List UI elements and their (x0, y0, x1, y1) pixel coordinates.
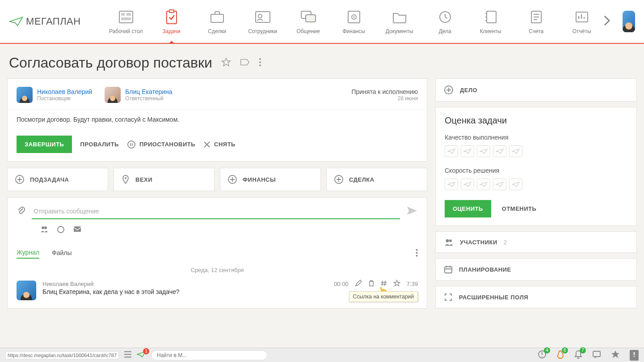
star-3[interactable] (477, 179, 490, 190)
nav-tasks[interactable]: Задачи (153, 9, 190, 34)
pause-button[interactable]: ПРИОСТАНОВИТЬ (127, 140, 195, 149)
right-planning[interactable]: ПЛАНИРОВАНИЕ (435, 258, 637, 281)
user-avatar[interactable] (623, 11, 635, 32)
nav-clients[interactable]: Клиенты (472, 9, 509, 34)
delete-icon[interactable] (368, 280, 375, 288)
comment: Николаев Валерий Блиц Екатерина, как дел… (8, 279, 427, 308)
nav-reports[interactable]: Отчёты (564, 9, 600, 34)
star-3[interactable] (477, 145, 490, 157)
svg-rect-0 (119, 11, 133, 23)
svg-rect-6 (211, 14, 223, 22)
owner-name: Николаев Валерий (37, 88, 92, 95)
add-deal[interactable]: СДЕЛКА (326, 168, 427, 191)
people-icon[interactable] (40, 226, 49, 235)
star-outline-icon[interactable] (393, 280, 400, 288)
right-delo[interactable]: ДЕЛО (435, 78, 637, 102)
fire-icon[interactable]: 6 (556, 350, 564, 361)
nav-items: Рабочий стол Задачи Сделки Сотрудники Об… (108, 9, 600, 34)
nav-next[interactable] (600, 14, 614, 29)
plus-circle-icon (15, 175, 25, 184)
nav-employees[interactable]: Сотрудники (244, 9, 281, 34)
bottom-menu-icon[interactable] (124, 351, 131, 359)
contacts-icon (481, 9, 500, 26)
people-row: Николаев Валерий Постановщик Блиц Екатер… (17, 87, 418, 103)
task-actions: ЗАВЕРШИТЬ ПРОВАЛИТЬ ПРИОСТАНОВИТЬ СНЯТЬ (17, 136, 418, 153)
owner-role: Постановщик (37, 95, 92, 102)
nav-invoices[interactable]: Счета (518, 9, 555, 34)
status-date: 28 июня (351, 95, 418, 102)
add-finance[interactable]: ФИНАНСЫ (220, 168, 321, 191)
chat-icon (299, 9, 318, 26)
svg-rect-10 (306, 15, 316, 22)
svg-point-8 (258, 14, 262, 18)
star-fill-icon[interactable] (611, 350, 620, 361)
tab-more-icon[interactable] (416, 249, 418, 259)
logo[interactable]: МЕГАПЛАН (9, 16, 81, 27)
edit-icon[interactable] (355, 280, 362, 288)
star-5[interactable] (509, 145, 522, 157)
remove-button[interactable]: СНЯТЬ (203, 141, 236, 148)
attach-icon[interactable] (17, 206, 25, 217)
star-2[interactable] (461, 145, 474, 157)
add-subtask[interactable]: ПОДЗАДАЧА (7, 168, 108, 191)
moon-icon[interactable] (57, 226, 65, 235)
bottom-search[interactable] (151, 350, 267, 360)
right-participants[interactable]: УЧАСТНИКИ 2 (435, 231, 637, 253)
more-icon[interactable] (259, 58, 261, 68)
fail-button[interactable]: ПРОВАЛИТЬ (80, 141, 119, 148)
svg-point-27 (44, 226, 47, 229)
svg-point-21 (128, 141, 135, 148)
tab-files[interactable]: Файлы (52, 249, 72, 258)
svg-rect-29 (74, 226, 81, 232)
star-4[interactable] (493, 145, 506, 157)
svg-point-28 (58, 226, 64, 233)
tag-icon[interactable] (240, 58, 250, 68)
link-hash-icon[interactable] (381, 280, 387, 288)
star-2[interactable] (461, 179, 474, 190)
nav-dashboard[interactable]: Рабочий стол (108, 9, 144, 34)
star-1[interactable] (445, 145, 458, 157)
clipboard-check-icon (162, 9, 181, 26)
star-icon[interactable] (221, 57, 231, 69)
nav-deals[interactable]: Сделки (199, 9, 236, 34)
message-icon[interactable] (592, 350, 601, 360)
avatar (17, 281, 36, 300)
svg-rect-36 (445, 267, 452, 273)
star-5[interactable] (509, 179, 522, 190)
svg-rect-4 (167, 11, 177, 24)
nav-affairs[interactable]: Дела (427, 9, 463, 34)
message-input[interactable] (32, 204, 400, 219)
svg-point-35 (449, 239, 452, 242)
svg-rect-3 (121, 17, 131, 20)
alert-icon[interactable]: 4 (538, 350, 547, 361)
complete-button[interactable]: ЗАВЕРШИТЬ (17, 136, 72, 153)
svg-rect-2 (126, 13, 131, 16)
send-icon[interactable] (406, 206, 418, 217)
safe-icon (345, 9, 363, 26)
right-extended[interactable]: РАСШИРЕННЫЕ ПОЛЯ (435, 286, 637, 308)
responsible[interactable]: Блиц Екатерина Ответственный (105, 87, 172, 103)
nav-chat[interactable]: Общение (290, 9, 327, 34)
star-1[interactable] (445, 179, 458, 190)
owner[interactable]: Николаев Валерий Постановщик (17, 87, 92, 103)
star-4[interactable] (493, 179, 506, 190)
svg-point-32 (416, 255, 418, 257)
add-milestone[interactable]: ВЕХИ (114, 168, 215, 191)
tooltip: Ссылка на комментарий (349, 291, 418, 302)
avatar (105, 87, 121, 103)
tab-journal[interactable]: Журнал (17, 249, 39, 259)
cancel-button[interactable]: ОТМЕНИТЬ (502, 205, 537, 212)
paper-plane-icon (9, 16, 23, 27)
nav-documents[interactable]: Документы (381, 9, 418, 34)
chevron-right-icon (603, 14, 611, 27)
feedback-icon[interactable] (630, 350, 639, 361)
nav-finance[interactable]: Финансы (336, 9, 372, 34)
svg-rect-1 (121, 13, 125, 16)
responsible-name: Блиц Екатерина (125, 88, 172, 95)
bell-icon[interactable]: 7 (574, 350, 582, 361)
rating-title: Оценка задачи (445, 115, 627, 126)
folder-icon (390, 9, 409, 26)
bottom-logo-icon[interactable]: 1 (137, 351, 146, 360)
rate-button[interactable]: ОЦЕНИТЬ (445, 200, 491, 217)
mail-icon[interactable] (73, 226, 82, 235)
